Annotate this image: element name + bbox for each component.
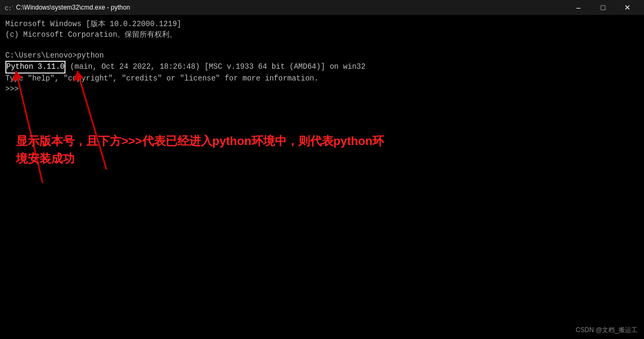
watermark: CSDN @文档_搬运工 — [576, 326, 638, 335]
terminal-line-1: Microsoft Windows [版本 10.0.22000.1219] — [5, 19, 639, 30]
terminal: Microsoft Windows [版本 10.0.22000.1219] (… — [0, 15, 644, 339]
cmd-icon: C:\ — [4, 3, 13, 12]
svg-text:C:\: C:\ — [5, 5, 13, 12]
minimize-button[interactable]: – — [566, 0, 591, 15]
title-bar: C:\ C:\Windows\system32\cmd.exe - python… — [0, 0, 644, 15]
python-version-highlight: Python 3.11.0 — [5, 61, 66, 74]
title-bar-title: C:\Windows\system32\cmd.exe - python — [16, 4, 130, 11]
terminal-line-7: >>> — [5, 84, 639, 95]
maximize-button[interactable]: □ — [591, 0, 615, 15]
terminal-line-3 — [5, 40, 639, 51]
close-button[interactable]: ✕ — [615, 0, 640, 15]
annotation-text: 显示版本号，且下方>>>代表已经进入python环境中，则代表python环 境… — [16, 132, 384, 167]
annotation-line-2: 境安装成功 — [16, 150, 384, 167]
title-bar-left: C:\ C:\Windows\system32\cmd.exe - python — [4, 3, 130, 12]
terminal-line-5: Python 3.11.0 (main, Oct 24 2022, 18:26:… — [5, 61, 639, 74]
title-bar-controls: – □ ✕ — [566, 0, 640, 15]
terminal-line-2: (c) Microsoft Corporation。保留所有权利。 — [5, 30, 639, 41]
annotation-line-1: 显示版本号，且下方>>>代表已经进入python环境中，则代表python环 — [16, 132, 384, 150]
terminal-line-4: C:\Users\Lenovo>python — [5, 51, 639, 61]
terminal-line-6: Type "help", "copyright", "credits" or "… — [5, 74, 639, 84]
